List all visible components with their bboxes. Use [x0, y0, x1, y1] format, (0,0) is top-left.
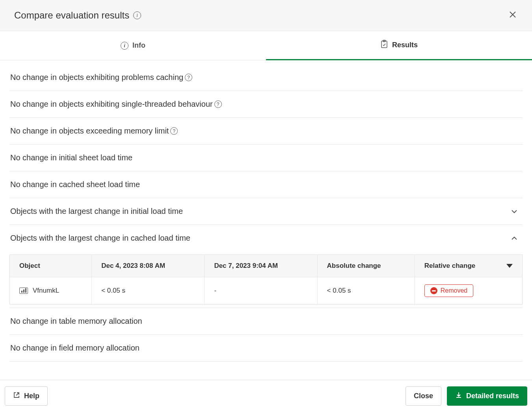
removed-badge: Removed	[424, 284, 473, 297]
removed-badge-label: Removed	[441, 287, 467, 294]
detailed-results-label: Detailed results	[466, 392, 519, 400]
section-initial-sheet: No change in initial sheet load time	[9, 145, 523, 171]
th-object[interactable]: Object	[10, 255, 92, 277]
sort-desc-icon	[506, 264, 513, 268]
section-field-mem-label: No change in field memory allocation	[10, 343, 140, 353]
removed-icon	[430, 287, 437, 294]
section-memory-limit-label: No change in objects exceeding memory li…	[10, 126, 169, 135]
section-field-mem: No change in field memory allocation	[9, 335, 523, 362]
table-row: VfnumkL < 0.05 s - < 0.05 s Removed	[10, 277, 523, 304]
tab-results[interactable]: Results	[266, 31, 532, 60]
section-caching-label: No change in objects exhibiting problems…	[10, 73, 183, 82]
section-cached-load-objects[interactable]: Objects with the largest change in cache…	[9, 225, 523, 251]
cell-object-label: VfnumkL	[33, 287, 59, 295]
cell-abs: < 0.05 s	[317, 277, 415, 304]
section-single-threaded-label: No change in objects exhibiting single-t…	[10, 100, 213, 109]
cell-date2: -	[205, 277, 317, 304]
dialog-header: Compare evaluation results i	[0, 0, 532, 31]
download-icon	[455, 392, 462, 401]
results-tab-icon	[380, 40, 388, 50]
tabs: i Info Results	[0, 31, 532, 60]
dialog-footer: Help Close Detailed results	[0, 380, 532, 412]
section-initial-load-objects-label: Objects with the largest change in initi…	[10, 207, 183, 216]
table-header-row: Object Dec 4, 2023 8:08 AM Dec 7, 2023 9…	[10, 255, 523, 277]
section-table-mem: No change in table memory allocation	[9, 308, 523, 335]
chevron-up-icon	[510, 234, 519, 243]
section-cached-load-objects-label: Objects with the largest change in cache…	[10, 234, 190, 243]
help-icon[interactable]: ?	[185, 74, 192, 81]
close-button[interactable]: Close	[406, 386, 441, 406]
help-icon[interactable]: ?	[214, 100, 222, 108]
info-icon[interactable]: i	[133, 11, 141, 19]
cell-rel: Removed	[415, 277, 522, 304]
content-area: No change in objects exhibiting problems…	[0, 60, 532, 380]
barchart-icon	[19, 288, 28, 294]
close-icon[interactable]	[508, 9, 518, 22]
section-initial-sheet-label: No change in initial sheet load time	[10, 153, 132, 162]
tab-results-label: Results	[392, 41, 418, 49]
help-button[interactable]: Help	[5, 386, 48, 406]
th-date1[interactable]: Dec 4, 2023 8:08 AM	[92, 255, 205, 277]
section-initial-load-objects[interactable]: Objects with the largest change in initi…	[9, 198, 523, 225]
th-relative[interactable]: Relative change	[415, 255, 522, 277]
section-cached-sheet-label: No change in cached sheet load time	[10, 180, 140, 189]
dialog-title-wrap: Compare evaluation results i	[14, 10, 141, 21]
help-icon[interactable]: ?	[170, 127, 178, 135]
section-cached-sheet: No change in cached sheet load time	[9, 171, 523, 198]
chevron-down-icon	[510, 207, 519, 216]
section-memory-limit: No change in objects exceeding memory li…	[9, 118, 523, 145]
footer-right: Close Detailed results	[406, 386, 527, 406]
section-caching: No change in objects exhibiting problems…	[9, 64, 523, 91]
section-single-threaded: No change in objects exhibiting single-t…	[9, 91, 523, 118]
detailed-results-button[interactable]: Detailed results	[447, 386, 527, 406]
tab-info-label: Info	[132, 41, 145, 50]
cached-load-table: Object Dec 4, 2023 8:08 AM Dec 7, 2023 9…	[9, 254, 523, 304]
help-button-label: Help	[24, 392, 39, 400]
th-absolute[interactable]: Absolute change	[317, 255, 415, 277]
th-date2[interactable]: Dec 7, 2023 9:04 AM	[205, 255, 317, 277]
external-link-icon	[13, 392, 20, 401]
tab-info[interactable]: i Info	[0, 31, 266, 60]
th-relative-label: Relative change	[424, 262, 475, 270]
dialog-title: Compare evaluation results	[14, 10, 129, 21]
info-tab-icon: i	[121, 42, 128, 50]
cell-object: VfnumkL	[10, 277, 92, 304]
close-button-label: Close	[414, 392, 433, 400]
cell-date1: < 0.05 s	[92, 277, 205, 304]
section-table-mem-label: No change in table memory allocation	[10, 317, 142, 326]
